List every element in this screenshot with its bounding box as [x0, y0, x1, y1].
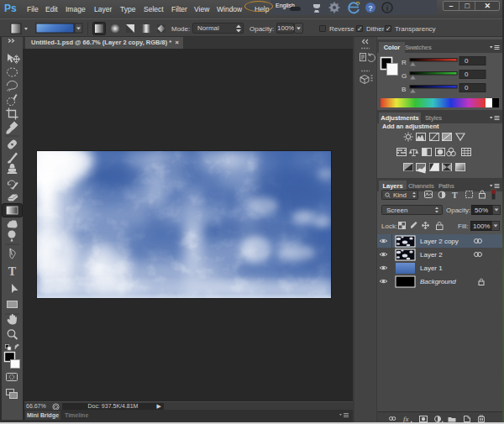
svg-text:R: R [402, 59, 407, 66]
svg-text:Lock:: Lock: [381, 222, 397, 230]
svg-text:Layer 2: Layer 2 [420, 251, 443, 259]
svg-text:50%: 50% [475, 207, 488, 214]
svg-text:G: G [402, 72, 407, 80]
svg-text:0: 0 [465, 84, 469, 92]
svg-text:?: ? [368, 4, 373, 13]
svg-text:Fill:: Fill: [458, 222, 468, 230]
svg-text:T: T [452, 191, 458, 200]
svg-text:Layer 2 copy: Layer 2 copy [420, 238, 459, 245]
svg-text:Layer 1: Layer 1 [420, 264, 443, 272]
svg-text:Background: Background [420, 278, 456, 285]
svg-text:0: 0 [465, 57, 469, 65]
svg-text:100%: 100% [473, 222, 490, 230]
svg-text:Screen: Screen [386, 207, 407, 214]
svg-text:T: T [8, 265, 17, 278]
svg-text:B: B [402, 86, 406, 93]
svg-text:0: 0 [465, 71, 469, 78]
svg-text:i: i [386, 4, 389, 13]
svg-text:Opacity:: Opacity: [446, 207, 470, 214]
svg-text:Kind: Kind [393, 191, 407, 199]
